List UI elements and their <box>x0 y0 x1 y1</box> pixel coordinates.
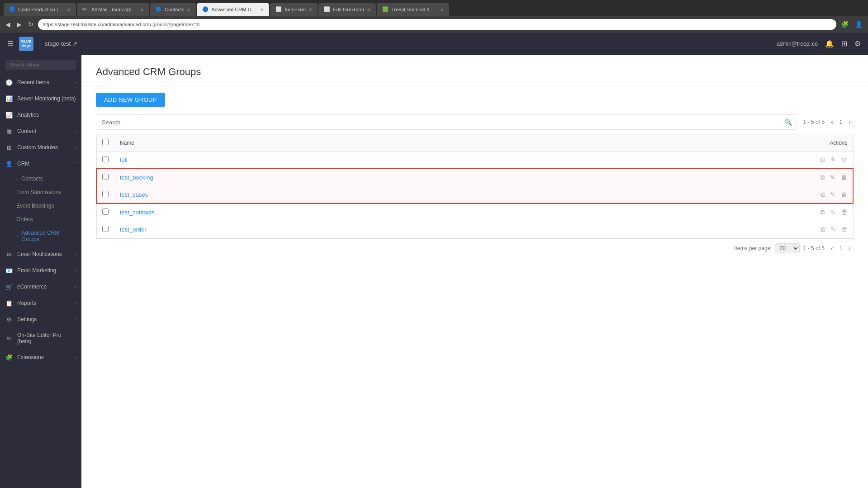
forward-button[interactable]: ▶ <box>15 19 24 30</box>
table-header-row: Name Actions <box>96 134 853 152</box>
copy-icon[interactable]: ⧉ <box>821 156 825 163</box>
tab-title: Advanced CRM Groups <box>211 7 257 12</box>
items-per-page-label: Items per page: <box>734 245 772 251</box>
delete-icon[interactable]: 🗑 <box>841 208 848 216</box>
copy-icon[interactable]: ⧉ <box>821 191 825 198</box>
row-checkbox[interactable] <box>102 156 109 162</box>
notification-icon[interactable]: 🔔 <box>825 39 834 48</box>
row-checkbox[interactable] <box>102 226 109 232</box>
tab-close-button[interactable]: ✕ <box>260 7 264 12</box>
menu-search-input[interactable] <box>5 60 76 70</box>
back-button[interactable]: ◀ <box>4 19 12 30</box>
sidebar-item-reports[interactable]: 📋 Reports › <box>0 295 81 311</box>
sidebar-item-settings[interactable]: ⚙ Settings › <box>0 311 81 327</box>
sidebar-sub-item-contacts[interactable]: › Contacts <box>0 172 81 185</box>
select-all-checkbox[interactable] <box>102 139 109 145</box>
items-per-page: Items per page: 20 50 100 <box>734 243 799 253</box>
url-bar[interactable]: https://stage-test.trialsite.co/admin/ad… <box>38 19 836 30</box>
settings-icon[interactable]: ⚙ <box>854 39 861 48</box>
sidebar-item-custom-modules[interactable]: ⊞ Custom Modules › <box>0 139 81 156</box>
tab-close-button[interactable]: ✕ <box>140 7 144 12</box>
on-site-editor-icon: ✏ <box>5 335 13 342</box>
browser-tab-tab5[interactable]: ⬜form+crm✕ <box>270 3 318 16</box>
row-name-link[interactable]: full <box>120 156 128 163</box>
topbar-right: admin@treepl.co 🔔 ⊞ ⚙ <box>777 39 861 48</box>
browser-tab-tab2[interactable]: ✉All Mail - taras.r@ez-bc.com -...✕ <box>77 3 149 16</box>
row-name-link[interactable]: test_contacts <box>120 209 155 216</box>
sidebar-sub-item-advanced-crm-groups[interactable]: › Advanced CRM Groups <box>0 226 81 246</box>
table-row: test_order ⧉ ✎ 🗑 <box>96 221 853 238</box>
browser-tab-tab3[interactable]: 🔵Contacts✕ <box>150 3 196 16</box>
top-pagination: 1 - 5 of 5 ‹ 1 › <box>803 114 854 130</box>
browser-tab-tab1[interactable]: 🟦Code Production | Trello✕ <box>4 3 76 16</box>
browser-toolbar: ◀ ▶ ↻ https://stage-test.trialsite.co/ad… <box>0 16 868 33</box>
row-name-link[interactable]: test_booking <box>120 174 153 181</box>
browser-tab-tab6[interactable]: ⬜Edit form+crm✕ <box>318 3 376 16</box>
copy-icon[interactable]: ⧉ <box>821 226 825 233</box>
edit-icon[interactable]: ✎ <box>830 208 836 216</box>
row-actions-cell: ⧉ ✎ 🗑 <box>500 152 853 169</box>
sidebar-sub-label-event-bookings: Event Bookings <box>16 203 54 209</box>
sidebar-label-settings: Settings <box>17 316 70 322</box>
reload-button[interactable]: ↻ <box>26 19 35 30</box>
edit-icon[interactable]: ✎ <box>830 226 836 233</box>
row-name-link[interactable]: test_order <box>120 226 147 233</box>
sidebar-item-recent-items[interactable]: 🕐 Recent Items › <box>0 74 81 90</box>
items-per-page-select[interactable]: 20 50 100 <box>775 243 800 253</box>
profile-button[interactable]: 👤 <box>853 19 864 30</box>
footer-pagination-prev[interactable]: ‹ <box>828 244 836 253</box>
sidebar-item-email-marketing[interactable]: 📧 Email Marketing › <box>0 262 81 279</box>
tab-close-button[interactable]: ✕ <box>187 7 190 12</box>
row-checkbox[interactable] <box>102 208 109 215</box>
tab-close-button[interactable]: ✕ <box>440 7 444 12</box>
tab-close-button[interactable]: ✕ <box>367 7 370 12</box>
delete-icon[interactable]: 🗑 <box>841 226 848 233</box>
sidebar-label-on-site-editor: On-Site Editor Pro (beta) <box>17 332 76 345</box>
tab-title: Contacts <box>165 7 184 12</box>
delete-icon[interactable]: 🗑 <box>841 174 847 181</box>
browser-tab-tab4[interactable]: 🔵Advanced CRM Groups✕ <box>197 3 269 16</box>
copy-icon[interactable]: ⧉ <box>821 208 825 216</box>
sidebar-item-content[interactable]: ▦ Content › <box>0 123 81 139</box>
topbar-user: admin@treepl.co <box>777 41 818 47</box>
tab-close-button[interactable]: ✕ <box>67 7 71 12</box>
footer-pagination-next[interactable]: › <box>846 244 854 253</box>
pagination-prev-button[interactable]: ‹ <box>828 118 836 127</box>
tab-close-button[interactable]: ✕ <box>308 7 312 12</box>
sidebar-sub-item-orders[interactable]: Orders <box>0 213 81 226</box>
sidebar-item-analytics[interactable]: 📈 Analytics <box>0 107 81 123</box>
layout-icon[interactable]: ⊞ <box>841 39 847 48</box>
external-link-icon[interactable]: ↗ <box>72 40 77 47</box>
add-new-group-button[interactable]: ADD NEW GROUP <box>96 93 165 107</box>
table-search-input[interactable] <box>96 115 781 129</box>
row-checkbox[interactable] <box>102 191 109 197</box>
header-name: Name <box>114 134 500 152</box>
sidebar-sub-item-event-bookings[interactable]: Event Bookings <box>0 199 81 213</box>
row-name-link[interactable]: test_cases <box>120 191 148 198</box>
copy-icon[interactable]: ⧉ <box>821 174 825 181</box>
browser-tab-tab7[interactable]: 🟩Treepl Team v6.9 Backlog - Boa...✕ <box>377 3 449 16</box>
edit-icon[interactable]: ✎ <box>830 191 835 198</box>
sidebar-sub-item-form-submissions[interactable]: Form Submissions <box>0 185 81 199</box>
sidebar-item-crm[interactable]: 👤 CRM ˅ <box>0 156 81 172</box>
sidebar-item-on-site-editor[interactable]: ✏ On-Site Editor Pro (beta) <box>0 327 81 349</box>
pagination-next-button[interactable]: › <box>846 118 854 127</box>
sidebar-item-email-notifications[interactable]: ✉ Email Notifications › <box>0 246 81 262</box>
header-actions: Actions <box>500 134 853 152</box>
tab-title: Code Production | Trello <box>18 7 64 12</box>
extensions-button[interactable]: 🧩 <box>839 19 850 30</box>
delete-icon[interactable]: 🗑 <box>841 191 847 198</box>
browser-chrome: 🟦Code Production | Trello✕✉All Mail - ta… <box>0 0 868 33</box>
chevron-icon: › <box>75 301 76 306</box>
delete-icon[interactable]: 🗑 <box>841 156 848 163</box>
hamburger-button[interactable]: ☰ <box>7 39 14 48</box>
footer-pagination-page: 1 <box>840 245 843 251</box>
edit-icon[interactable]: ✎ <box>830 156 836 163</box>
edit-icon[interactable]: ✎ <box>830 174 835 181</box>
menu-search-container <box>0 55 81 74</box>
row-checkbox[interactable] <box>102 174 109 180</box>
sidebar-item-ecommerce[interactable]: 🛒 eCommerce › <box>0 279 81 295</box>
sidebar-label-extensions: Extensions <box>17 354 70 360</box>
sidebar-item-server-monitoring[interactable]: 📊 Server Monitoring (beta) <box>0 90 81 107</box>
sidebar-item-extensions[interactable]: 🧩 Extensions › <box>0 349 81 365</box>
